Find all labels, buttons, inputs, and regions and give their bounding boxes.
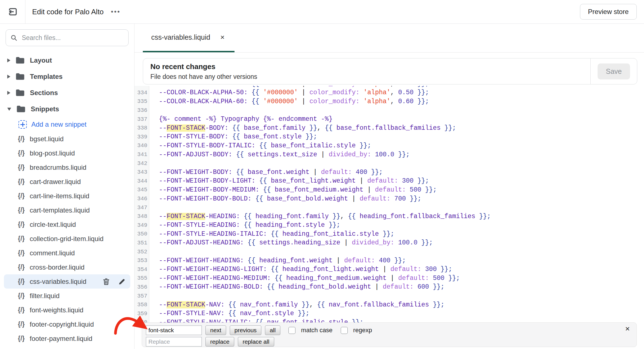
find-next-button[interactable]: next	[205, 326, 226, 335]
find-close-icon[interactable]: ×	[625, 325, 630, 333]
code-text: --FONT-ADJUST-HEADING: {{ settings.headi…	[147, 239, 433, 246]
folder-icon	[15, 56, 25, 64]
code-line[interactable]: 351 --FONT-ADJUST-HEADING: {{ settings.h…	[134, 239, 644, 247]
line-number: 342	[134, 160, 147, 167]
save-button[interactable]: Save	[598, 63, 630, 79]
more-actions-button[interactable]: •••	[111, 8, 120, 16]
sidebar-folder-sections[interactable]: Sections	[0, 85, 134, 101]
file-item-blog-post-liquid[interactable]: {/}blog-post.liquid	[4, 146, 130, 160]
code-line[interactable]: 358 --FONT-STACK-NAV: {{ nav_font.family…	[134, 300, 644, 309]
find-all-button[interactable]: all	[265, 326, 280, 335]
file-item-partial[interactable]: {/}	[4, 346, 130, 349]
line-number: 338	[134, 125, 147, 131]
collapse-sidebar-button[interactable]	[7, 6, 18, 17]
sidebar-folder-templates[interactable]: Templates	[0, 69, 134, 85]
regexp-checkbox[interactable]	[341, 327, 348, 334]
file-item-cart-line-items-liquid[interactable]: {/}cart-line-items.liquid	[4, 189, 130, 203]
code-line[interactable]: 357	[134, 291, 644, 300]
file-item-css-variables-liquid[interactable]: {/}css-variables.liquid	[4, 274, 130, 289]
code-text: --COLOR-BLACK-ALPHA-50: {{ '#000000' | c…	[147, 89, 429, 96]
editor-panel: css-variables.liquid × No recent changes…	[134, 24, 644, 349]
preview-store-button[interactable]: Preview store	[580, 4, 637, 20]
code-line[interactable]: 337 {%- comment -%} Typography {%- endco…	[134, 115, 644, 124]
file-code-icon: {/}	[18, 149, 25, 157]
add-new-snippet-button[interactable]: Add a new snippet	[0, 117, 134, 132]
line-number: 351	[134, 240, 147, 246]
code-line[interactable]: 347	[134, 203, 644, 212]
rename-file-icon[interactable]	[118, 278, 126, 286]
delete-file-icon[interactable]	[102, 277, 110, 286]
code-line[interactable]: 354 --FONT-WEIGHT-HEADING-LIGHT: {{ head…	[134, 265, 644, 274]
file-sidebar: LayoutTemplatesSectionsSnippetsAdd a new…	[0, 24, 134, 349]
file-item-collection-grid-item-liquid[interactable]: {/}collection-grid-item.liquid	[4, 232, 130, 246]
code-line[interactable]: 346 --FONT-WEIGHT-BODY-BOLD: {{ base_fon…	[134, 194, 644, 203]
replace-input[interactable]	[146, 337, 202, 346]
replace-button[interactable]: replace	[205, 337, 234, 346]
line-number: 355	[134, 275, 147, 281]
code-line[interactable]: 348 --FONT-STACK-HEADING: {{ heading_fon…	[134, 212, 644, 221]
banner-subtitle: File does not have any other versions	[150, 73, 590, 81]
file-code-icon: {/}	[18, 178, 25, 185]
code-line[interactable]: 356 --FONT-WEIGHT-HEADING-BOLD: {{ headi…	[134, 283, 644, 292]
search-files-input[interactable]	[21, 34, 124, 42]
code-line[interactable]: 355 --FONT-WEIGHT-HEADING-MEDIUM: {{ hea…	[134, 274, 644, 283]
file-item-cart-drawer-liquid[interactable]: {/}cart-drawer.liquid	[4, 174, 130, 189]
file-item-breadcrumbs-liquid[interactable]: {/}breadcrumbs.liquid	[4, 160, 130, 174]
find-previous-button[interactable]: previous	[230, 326, 261, 335]
folder-icon	[16, 105, 26, 113]
code-line[interactable]: 340 --FONT-STYLE-BODY-ITALIC: {{ base_fo…	[134, 141, 644, 150]
line-number: 344	[134, 178, 147, 184]
sidebar-folder-snippets[interactable]: Snippets	[0, 101, 134, 117]
code-text: --FONT-STACK-BODY: {{ base_font.family }…	[147, 124, 456, 132]
version-banner: No recent changes File does not have any…	[143, 58, 637, 84]
code-line[interactable]: 344 --FONT-WEIGHT-BODY-LIGHT: {{ base_fo…	[134, 177, 644, 186]
code-line[interactable]: 352	[134, 247, 644, 256]
tab-close-icon[interactable]: ×	[220, 33, 224, 42]
file-item-footer-copyright-liquid[interactable]: {/}footer-copyright.liquid	[4, 317, 130, 331]
code-line[interactable]: 350 --FONT-STYLE-HEADING-ITALIC: {{ head…	[134, 230, 644, 239]
replace-all-button[interactable]: replace all	[238, 337, 274, 346]
file-item-circle-text-liquid[interactable]: {/}circle-text.liquid	[4, 217, 130, 232]
code-line[interactable]: 339 --FONT-STYLE-BODY: {{ base_font.styl…	[134, 133, 644, 142]
file-item-footer-payment-liquid[interactable]: {/}footer-payment.liquid	[4, 331, 130, 346]
file-item-cross-border-liquid[interactable]: {/}cross-border.liquid	[4, 260, 130, 274]
file-item-cart-templates-liquid[interactable]: {/}cart-templates.liquid	[4, 203, 130, 217]
code-line[interactable]: 335 --COLOR-BLACK-ALPHA-60: {{ '#000000'…	[134, 97, 644, 106]
sidebar-folder-layout[interactable]: Layout	[0, 52, 134, 69]
chevron-right-icon	[7, 75, 10, 79]
code-line[interactable]: 343 --FONT-WEIGHT-BODY: {{ base_font.wei…	[134, 168, 644, 177]
add-new-snippet-label: Add a new snippet	[31, 121, 86, 128]
code-line[interactable]: 336	[134, 106, 644, 115]
code-line[interactable]: 334 --COLOR-BLACK-ALPHA-50: {{ '#000000'…	[134, 88, 644, 97]
code-line[interactable]: 345 --FONT-WEIGHT-BODY-MEDIUM: {{ base_f…	[134, 185, 644, 194]
code-line[interactable]: 342	[134, 159, 644, 168]
code-text: --FONT-WEIGHT-HEADING: {{ heading_font.w…	[147, 257, 406, 264]
file-search-box[interactable]	[6, 29, 129, 46]
code-line[interactable]: 359 --FONT-STYLE-NAV: {{ nav_font.style …	[134, 309, 644, 318]
file-label: font-weights.liquid	[30, 306, 83, 314]
file-label: circle-text.liquid	[30, 221, 76, 228]
line-number: 339	[134, 134, 147, 140]
file-label: cart-line-items.liquid	[30, 192, 89, 200]
code-line[interactable]: 338 --FONT-STACK-BODY: {{ base_font.fami…	[134, 124, 644, 133]
line-number: 359	[134, 310, 147, 317]
find-query-input[interactable]	[146, 326, 202, 335]
file-item-comment-liquid[interactable]: {/}comment.liquid	[4, 246, 130, 260]
code-text: --FONT-WEIGHT-HEADING-LIGHT: {{ heading_…	[147, 266, 452, 273]
file-item-filter-liquid[interactable]: {/}filter.liquid	[4, 289, 130, 303]
code-line[interactable]: 349 --FONT-STYLE-HEADING: {{ heading_fon…	[134, 221, 644, 230]
line-number: 337	[134, 116, 147, 122]
file-item-bgset-liquid[interactable]: {/}bgset.liquid	[4, 132, 130, 146]
code-editor[interactable]: 333 --COLOR-BLACK-ALPHA-40: {{ '#000000'…	[134, 86, 644, 324]
code-line[interactable]: 341 --FONT-ADJUST-BODY: {{ settings.text…	[134, 150, 644, 159]
code-text: {%- comment -%} Typography {%- endcommen…	[147, 115, 333, 123]
code-line[interactable]: 353 --FONT-WEIGHT-HEADING: {{ heading_fo…	[134, 256, 644, 265]
file-code-icon: {/}	[18, 335, 25, 342]
file-label: blog-post.liquid	[30, 149, 75, 157]
code-line[interactable]: 333 --COLOR-BLACK-ALPHA-40: {{ '#000000'…	[134, 86, 644, 88]
match-case-checkbox[interactable]	[288, 327, 295, 334]
version-banner-text: No recent changes File does not have any…	[143, 58, 590, 84]
tab-css-variables[interactable]: css-variables.liquid ×	[143, 24, 235, 52]
file-item-font-weights-liquid[interactable]: {/}font-weights.liquid	[4, 303, 130, 317]
code-text: --COLOR-BLACK-ALPHA-40: {{ '#000000' | c…	[147, 86, 429, 88]
